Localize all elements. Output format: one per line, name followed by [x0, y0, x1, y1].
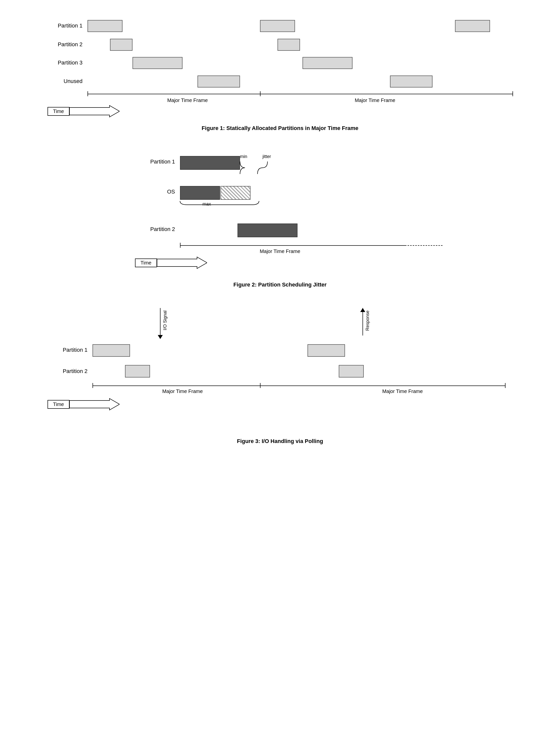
fig1-time-box: Time — [47, 107, 69, 116]
fig1-unused-bar2 — [390, 75, 433, 87]
fig1-tick1 — [87, 91, 88, 96]
fig1-label-unused: Unused — [43, 78, 83, 85]
fig2-os-bar-solid — [180, 186, 220, 200]
fig1-time-arrow-svg — [69, 105, 119, 117]
figure1-caption: Figure 1: Statically Allocated Partition… — [20, 125, 540, 131]
fig1-time-arrow-container: Time — [47, 105, 119, 117]
fig2-tick — [180, 243, 181, 248]
fig2-time-arrow-container: Time — [135, 257, 207, 269]
fig3-axis — [93, 385, 505, 386]
fig1-label-p3: Partition 3 — [43, 59, 83, 66]
fig3-time-arrow-svg — [69, 398, 119, 411]
fig3-io-signal-line — [160, 308, 161, 335]
fig1-p1-bar1 — [87, 20, 123, 32]
svg-marker-1 — [157, 257, 207, 269]
figure3-caption: Figure 3: I/O Handling via Polling — [20, 438, 540, 445]
fig2-os-bar-hatch — [221, 186, 251, 200]
fig3-p2-bar2 — [339, 365, 364, 377]
fig2-label-os: OS — [130, 189, 175, 195]
fig2-time-box: Time — [135, 259, 157, 267]
figure3-section: I/O Signal Response Partition 1 Partitio… — [20, 308, 540, 445]
fig3-p1-bar1 — [93, 344, 130, 357]
figure2-diagram: Partition 1 OS Partition 2 min jitter ma… — [130, 151, 430, 277]
fig2-axis — [180, 245, 405, 246]
figure3-diagram: I/O Signal Response Partition 1 Partitio… — [43, 308, 517, 433]
fig1-p3-bar1 — [133, 57, 183, 69]
fig3-time-box: Time — [47, 400, 69, 409]
fig3-axis-label2: Major Time Frame — [343, 389, 463, 394]
fig3-label-p1: Partition 1 — [43, 347, 87, 353]
fig2-time-arrow-svg — [157, 257, 207, 269]
figure1-section: Partition 1 Partition 2 Partition 3 Unus… — [20, 15, 540, 131]
fig3-response-line — [363, 308, 363, 335]
fig1-tick2 — [260, 91, 261, 96]
fig3-axis-label1: Major Time Frame — [123, 389, 243, 394]
svg-marker-0 — [69, 105, 119, 117]
fig3-io-signal-arrow — [158, 335, 163, 339]
fig1-p3-bar2 — [303, 57, 353, 69]
fig2-dashed — [405, 245, 443, 246]
fig1-label-p2: Partition 2 — [43, 41, 83, 48]
fig2-braces-svg — [239, 158, 314, 178]
fig3-io-signal-label: I/O Signal — [163, 311, 168, 330]
fig2-p2-bar — [237, 223, 297, 237]
fig2-label-p1: Partition 1 — [130, 159, 175, 165]
figure2-caption: Figure 2: Partition Scheduling Jitter — [20, 281, 540, 288]
fig1-unused-bar1 — [197, 75, 240, 87]
fig3-tick1 — [93, 383, 93, 388]
figure2-section: Partition 1 OS Partition 2 min jitter ma… — [20, 151, 540, 288]
fig3-time-arrow-container: Time — [47, 398, 119, 411]
fig2-label-p2: Partition 2 — [130, 226, 175, 233]
fig1-p2-bar2 — [277, 39, 300, 51]
fig1-axis — [87, 94, 513, 94]
fig1-tick3 — [513, 91, 513, 96]
fig1-p1-bar2 — [260, 20, 295, 32]
fig3-response-arrow — [360, 308, 365, 312]
fig1-p1-bar3 — [455, 20, 490, 32]
fig2-p1-bar — [180, 156, 240, 170]
fig1-axis-label1: Major Time Frame — [130, 97, 245, 103]
fig2-max-brace-svg — [179, 200, 267, 207]
fig3-tick3 — [505, 383, 505, 388]
fig3-response-label: Response — [365, 311, 370, 331]
fig1-axis-label2: Major Time Frame — [317, 97, 433, 103]
fig1-p2-bar1 — [110, 39, 133, 51]
svg-marker-2 — [69, 399, 119, 410]
fig3-label-p2: Partition 2 — [43, 368, 87, 375]
figure1-diagram: Partition 1 Partition 2 Partition 3 Unus… — [43, 15, 517, 120]
fig3-tick2 — [260, 383, 261, 388]
fig3-p2-bar1 — [125, 365, 150, 377]
fig1-label-p1: Partition 1 — [43, 23, 83, 29]
fig3-p1-bar2 — [307, 344, 345, 357]
fig2-axis-label: Major Time Frame — [230, 249, 330, 254]
